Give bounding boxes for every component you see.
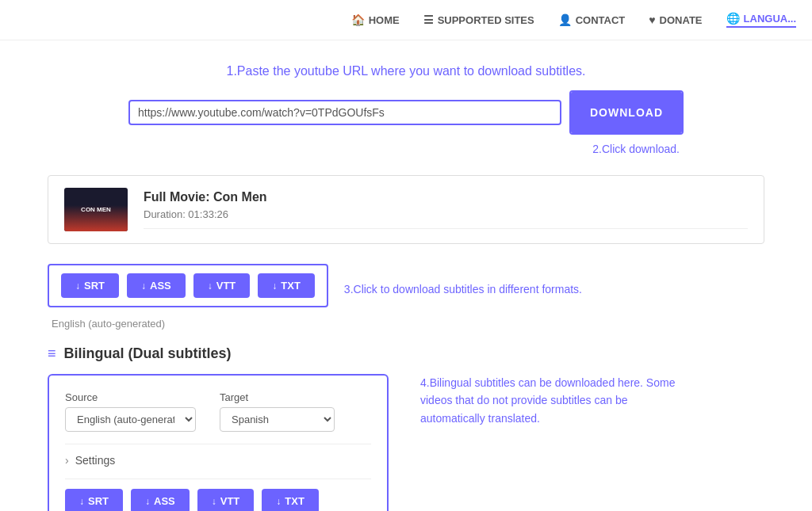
video-thumbnail: CON MEN [64,188,128,231]
ass-bi-label: ASS [154,495,175,507]
vtt-down-icon: ↓ [208,280,213,292]
srt-bilingual-button[interactable]: ↓ SRT [65,489,123,511]
txt-bilingual-button[interactable]: ↓ TXT [262,489,319,511]
video-duration: Duration: 01:33:26 [144,208,748,220]
video-title: Full Movie: Con Men [144,190,748,204]
source-field-group: Source English (auto-generate... English… [65,391,196,432]
format-row: ↓ SRT ↓ ASS ↓ VTT ↓ TXT 3.Click to downl… [48,264,764,314]
target-select[interactable]: Spanish English French German [220,407,335,432]
ass-label: ASS [150,280,171,292]
settings-row[interactable]: › Settings [65,444,371,467]
format-buttons-wrapper: ↓ SRT ↓ ASS ↓ VTT ↓ TXT [48,264,328,307]
nav-contact[interactable]: 👤 CONTACT [558,13,626,26]
target-field-group: Target Spanish English French German [220,391,335,432]
srt-button[interactable]: ↓ SRT [61,273,119,298]
txt-bi-label: TXT [285,495,304,507]
nav-supported-sites[interactable]: ☰ SUPPORTED SITES [423,13,534,26]
nav-language-label: LANGUA... [744,13,796,25]
vtt-bilingual-button[interactable]: ↓ VTT [197,489,255,511]
step4-note: 4.Bilingual subtitles can be downloaded … [420,374,690,427]
nav-home[interactable]: 🏠 HOME [351,13,400,26]
video-card: CON MEN Full Movie: Con Men Duration: 01… [48,175,764,244]
format-section: ↓ SRT ↓ ASS ↓ VTT ↓ TXT 3.Click to downl… [48,264,764,330]
home-icon: 🏠 [351,13,365,26]
vtt-bi-down-icon: ↓ [212,496,216,507]
nav-donate-label: DONATE [660,14,703,26]
step2-label: 2.Click download. [128,143,684,155]
target-label: Target [220,391,335,403]
nav-contact-label: CONTACT [576,14,626,26]
bilingual-title: Bilingual (Dual subtitles) [64,345,232,362]
vtt-label: VTT [216,280,236,292]
main-content: 1.Paste the youtube URL where you want t… [0,40,812,511]
source-label: Source [65,391,196,403]
step3-label: 3.Click to download subtitles in differe… [344,283,582,296]
ass-down-icon: ↓ [141,280,146,292]
url-input[interactable] [138,106,552,119]
vtt-bi-label: VTT [220,495,240,507]
nav-supported-sites-label: SUPPORTED SITES [438,14,534,26]
source-select[interactable]: English (auto-generate... English Spanis… [65,407,196,432]
download-btn-wrapper: DOWNLOAD [569,90,684,135]
settings-chevron-icon: › [65,454,69,467]
txt-bi-down-icon: ↓ [276,496,281,507]
nav-home-label: HOME [369,14,400,26]
nav-language[interactable]: 🌐 LANGUA... [726,12,796,28]
thumbnail-text: CON MEN [81,206,111,214]
srt-down-icon: ↓ [75,280,80,292]
download-button[interactable]: DOWNLOAD [571,92,682,133]
settings-label: Settings [75,454,116,467]
step1-label: 1.Paste the youtube URL where you want t… [48,64,764,78]
srt-label: SRT [84,280,105,292]
bilingual-format-row: ↓ SRT ↓ ASS ↓ VTT ↓ TXT English - Spanis… [65,479,371,511]
url-input-wrapper [128,100,561,125]
bilingual-card: Source English (auto-generate... English… [48,374,389,511]
bilingual-icon: ≡ [48,345,56,362]
navbar: 🏠 HOME ☰ SUPPORTED SITES 👤 CONTACT ♥ DON… [0,0,812,40]
url-row: DOWNLOAD [128,90,684,135]
bilingual-bottom-area: Source English (auto-generate... English… [48,374,764,511]
ass-bi-down-icon: ↓ [145,496,150,507]
contact-icon: 👤 [558,13,572,26]
video-divider [144,228,748,229]
srt-bi-label: SRT [88,495,109,507]
srt-bi-down-icon: ↓ [79,496,84,507]
txt-button[interactable]: ↓ TXT [258,273,315,298]
ass-bilingual-button[interactable]: ↓ ASS [131,489,190,511]
ass-button[interactable]: ↓ ASS [127,273,186,298]
bilingual-source-target-row: Source English (auto-generate... English… [65,391,371,432]
bilingual-header: ≡ Bilingual (Dual subtitles) [48,345,764,362]
txt-label: TXT [281,280,301,292]
txt-down-icon: ↓ [272,280,277,292]
nav-donate[interactable]: ♥ DONATE [649,13,702,26]
lang-label: English (auto-generated) [48,318,764,330]
language-icon: 🌐 [726,12,740,25]
supported-sites-icon: ☰ [423,13,434,26]
video-info: Full Movie: Con Men Duration: 01:33:26 [144,190,748,229]
vtt-button[interactable]: ↓ VTT [193,273,251,298]
donate-icon: ♥ [649,13,655,26]
